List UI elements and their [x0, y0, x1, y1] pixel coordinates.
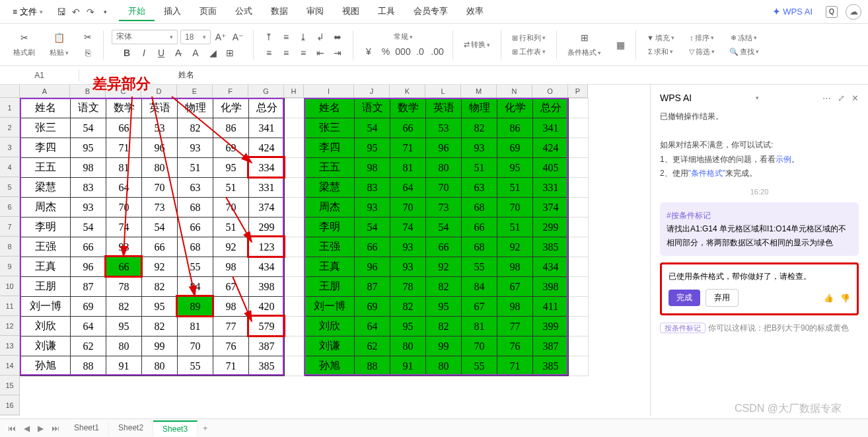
cancel-button[interactable]: 弃用: [705, 289, 739, 307]
cell[interactable]: 53: [142, 118, 178, 138]
thumbs-down-icon[interactable]: 👎: [840, 294, 850, 303]
cell[interactable]: [569, 356, 589, 376]
cell[interactable]: 55: [178, 257, 213, 277]
freeze-button[interactable]: ❄ 冻结▾: [728, 32, 760, 44]
cell[interactable]: 71: [497, 356, 533, 376]
cell[interactable]: [285, 297, 305, 317]
cell[interactable]: 51: [497, 218, 533, 237]
cond-format-link[interactable]: "条件格式": [688, 169, 726, 178]
cell[interactable]: 82: [178, 118, 213, 138]
cell[interactable]: 385: [533, 237, 569, 257]
cell[interactable]: 70: [178, 337, 213, 356]
cell[interactable]: 341: [249, 118, 285, 138]
cell[interactable]: 刘谦: [20, 337, 71, 356]
cell[interactable]: [569, 277, 589, 297]
cell[interactable]: 81: [462, 317, 497, 337]
cell[interactable]: 70: [462, 337, 497, 356]
cell[interactable]: 53: [426, 118, 462, 138]
col-header[interactable]: K: [390, 85, 425, 98]
cell[interactable]: 424: [533, 138, 569, 158]
cell-reference[interactable]: A1: [0, 69, 79, 81]
select-all-corner[interactable]: [0, 85, 20, 98]
cell[interactable]: 周杰: [305, 198, 355, 218]
cell[interactable]: 87: [71, 277, 106, 297]
cell[interactable]: 92: [142, 257, 178, 277]
decrease-font-icon[interactable]: A⁻: [231, 30, 245, 44]
cell[interactable]: 55: [178, 356, 213, 376]
cell[interactable]: [285, 356, 305, 376]
cell[interactable]: 80: [142, 356, 178, 376]
cell[interactable]: 411: [533, 297, 569, 317]
cell[interactable]: 语文: [71, 99, 106, 118]
align-left-icon[interactable]: ≡: [262, 46, 276, 60]
more-icon[interactable]: ⋯: [822, 93, 831, 103]
thumbs-up-icon[interactable]: 👍: [824, 294, 834, 303]
row-header[interactable]: 8: [0, 237, 20, 257]
cell[interactable]: 刘一博: [305, 297, 355, 317]
cell[interactable]: 86: [497, 118, 533, 138]
cell[interactable]: 总分: [249, 99, 285, 118]
dec-dec-icon[interactable]: .00: [430, 44, 445, 59]
increase-font-icon[interactable]: A⁺: [213, 30, 228, 44]
cell[interactable]: 64: [355, 317, 390, 337]
cell[interactable]: 王朋: [305, 277, 355, 297]
convert-button[interactable]: ⇄ 转换▾: [461, 38, 493, 51]
cell[interactable]: 70: [213, 198, 249, 218]
cell[interactable]: 67: [462, 297, 497, 317]
rowcol-button[interactable]: ⊞ 行和列▾: [509, 32, 548, 44]
cell[interactable]: [285, 237, 305, 257]
cell[interactable]: 化学: [213, 99, 249, 118]
cond-format-button[interactable]: 条件格式▾: [565, 46, 604, 59]
cell[interactable]: 74: [390, 218, 426, 237]
cell[interactable]: 80: [106, 337, 142, 356]
cell[interactable]: 84: [462, 277, 497, 297]
cell[interactable]: 95: [426, 297, 462, 317]
col-header[interactable]: F: [213, 85, 248, 98]
row-header[interactable]: 17: [0, 415, 20, 416]
comma-icon[interactable]: 000: [396, 44, 410, 59]
cell[interactable]: 68: [462, 237, 497, 257]
dec-inc-icon[interactable]: .0: [413, 44, 427, 59]
cell[interactable]: 李明: [20, 218, 71, 237]
cell[interactable]: 91: [390, 356, 426, 376]
cell[interactable]: 66: [178, 218, 213, 237]
cell[interactable]: 398: [249, 277, 285, 297]
cell[interactable]: 英语: [142, 99, 178, 118]
cell[interactable]: 刘欣: [305, 317, 355, 337]
cell[interactable]: [285, 138, 305, 158]
row-header[interactable]: 16: [0, 395, 20, 415]
row-header[interactable]: 13: [0, 336, 20, 356]
align-center-icon[interactable]: ≡: [279, 46, 293, 60]
row-header[interactable]: 11: [0, 296, 20, 316]
cell[interactable]: 76: [497, 337, 533, 356]
cell[interactable]: 张三: [305, 118, 355, 138]
cell[interactable]: 66: [462, 218, 497, 237]
col-header[interactable]: H: [284, 85, 304, 98]
cell[interactable]: 92: [497, 237, 533, 257]
sheet-tab[interactable]: Sheet2: [109, 420, 153, 436]
menu-视图[interactable]: 视图: [333, 3, 369, 21]
cell[interactable]: 66: [106, 118, 142, 138]
wrap-icon[interactable]: ↲: [313, 30, 328, 44]
cell[interactable]: 数学: [106, 99, 142, 118]
cell[interactable]: 67: [497, 277, 533, 297]
italic-icon[interactable]: I: [137, 46, 151, 60]
cell[interactable]: 总分: [533, 99, 569, 118]
menu-数据[interactable]: 数据: [262, 3, 297, 21]
cell[interactable]: [285, 218, 305, 237]
cell[interactable]: 71: [390, 138, 426, 158]
cell[interactable]: 66: [426, 237, 462, 257]
cell[interactable]: 83: [355, 178, 390, 198]
col-header[interactable]: P: [568, 85, 588, 98]
cell[interactable]: 姓名: [20, 99, 71, 118]
cell[interactable]: 82: [462, 118, 497, 138]
hint-tag[interactable]: 按条件标记: [660, 323, 705, 333]
cell[interactable]: 51: [213, 218, 249, 237]
tab-nav-last[interactable]: ⏭: [49, 424, 62, 433]
cell[interactable]: 54: [142, 218, 178, 237]
cell[interactable]: 82: [106, 297, 142, 317]
paste-button[interactable]: 粘贴▾: [47, 46, 71, 59]
cell[interactable]: 374: [249, 198, 285, 218]
cell[interactable]: 69: [213, 138, 249, 158]
cell[interactable]: 123: [249, 237, 285, 257]
